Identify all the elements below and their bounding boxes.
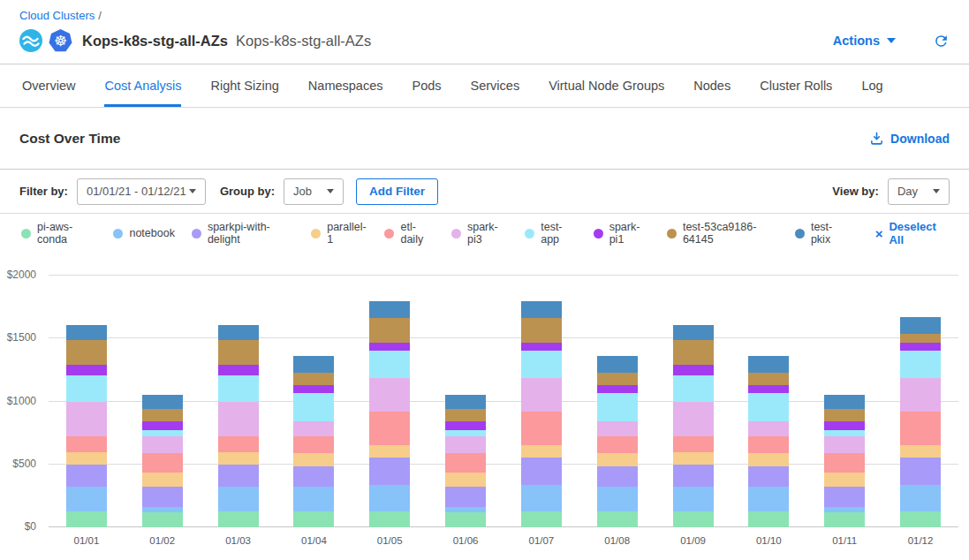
breadcrumb-link-cloud-clusters[interactable]: Cloud Clusters: [19, 9, 95, 22]
legend-item-pi-aws-conda[interactable]: pi-aws-conda: [21, 221, 96, 246]
add-filter-button[interactable]: Add Filter: [356, 178, 438, 205]
tab-services[interactable]: Services: [471, 64, 520, 107]
filter-by-label: Filter by:: [19, 185, 68, 198]
legend-color-dot: [311, 229, 321, 238]
bar-group-01-11: [806, 276, 882, 527]
legend-item-label: etl-daily: [400, 221, 435, 246]
bar-segment-etl-daily: [445, 453, 486, 473]
legend-item-parallel-1[interactable]: parallel-1: [311, 221, 367, 246]
bar-segment-test-53ca9186-64145: [142, 409, 183, 421]
bar-segment-notebook: [66, 487, 107, 512]
x-axis-tick-label: 01/12: [882, 527, 958, 550]
legend-item-label: spark-pi1: [609, 221, 650, 246]
bar-group-01-06: [428, 276, 503, 527]
legend-item-spark-pi1[interactable]: spark-pi1: [594, 221, 650, 246]
stacked-bar-01-07: [521, 301, 562, 527]
tab-pods[interactable]: Pods: [412, 64, 441, 107]
bar-segment-test-53ca9186-64145: [218, 340, 259, 366]
tab-right-sizing[interactable]: Right Sizing: [210, 64, 278, 107]
refresh-button[interactable]: [933, 33, 950, 49]
bar-segment-test-53ca9186-64145: [66, 340, 107, 366]
bar-segment-pi-aws-conda: [369, 511, 410, 527]
bar-segment-pi-aws-conda: [66, 511, 107, 527]
bar-segment-parallel-1: [445, 473, 486, 487]
stacked-bar-01-08: [597, 356, 638, 527]
bar-group-01-01: [49, 276, 125, 527]
view-by-value: Day: [897, 185, 918, 198]
tab-overview[interactable]: Overview: [22, 64, 75, 107]
tab-log[interactable]: Log: [861, 64, 882, 107]
stacked-bar-01-10: [748, 356, 789, 527]
bar-segment-spark-pi3: [218, 402, 259, 435]
bar-segment-spark-pi1: [900, 343, 941, 351]
legend-color-dot: [192, 229, 201, 238]
bar-segment-spark-pi1: [293, 385, 334, 393]
bar-segment-sparkpi-with-delight: [369, 458, 410, 485]
filter-bar: Filter by: 01/01/21 - 01/12/21 Group by:…: [0, 170, 969, 214]
deselect-all-button[interactable]: × Deselect All: [875, 220, 948, 246]
bar-segment-etl-daily: [597, 436, 638, 453]
tab-namespaces[interactable]: Namespaces: [308, 64, 383, 107]
legend-item-test-pkix[interactable]: test-pkix: [795, 221, 848, 246]
bar-segment-sparkpi-with-delight: [900, 458, 941, 485]
bar-group-01-07: [503, 276, 579, 527]
legend-color-dot: [21, 229, 31, 238]
bar-group-01-08: [579, 276, 655, 527]
bar-segment-parallel-1: [824, 473, 865, 487]
y-axis-tick-label: $1500: [7, 331, 36, 344]
bar-segment-sparkpi-with-delight: [521, 458, 562, 485]
breadcrumb-separator: /: [98, 9, 102, 22]
bar-segment-spark-pi1: [218, 365, 259, 375]
tab-cost-analysis[interactable]: Cost Analysis: [104, 64, 181, 107]
tab-nodes[interactable]: Nodes: [693, 64, 731, 107]
download-icon: [869, 131, 884, 146]
legend-item-etl-daily[interactable]: etl-daily: [384, 221, 435, 246]
legend-item-notebook[interactable]: notebook: [113, 227, 174, 239]
bar-segment-sparkpi-with-delight: [824, 487, 865, 506]
bar-segment-test-pkix: [142, 395, 183, 409]
x-axis-tick-label: 01/02: [125, 527, 201, 550]
bar-segment-etl-daily: [218, 436, 259, 453]
legend-color-dot: [594, 229, 603, 238]
legend-item-test-53ca9186-64145[interactable]: test-53ca9186-64145: [667, 221, 778, 246]
bar-segment-test-app: [293, 393, 334, 420]
download-label: Download: [890, 132, 950, 146]
bar-segment-etl-daily: [900, 412, 941, 445]
group-by-label: Group by:: [220, 185, 275, 198]
view-by-label: View by:: [832, 185, 879, 198]
legend-item-sparkpi-with-delight[interactable]: sparkpi-with-delight: [192, 221, 294, 246]
stacked-bar-01-11: [824, 395, 865, 527]
bar-segment-pi-aws-conda: [824, 512, 865, 527]
view-by-dropdown[interactable]: Day: [888, 178, 950, 205]
x-axis-tick-label: 01/04: [276, 527, 352, 550]
tab-virtual-node-groups[interactable]: Virtual Node Groups: [549, 64, 664, 107]
tab-bar: OverviewCost AnalysisRight SizingNamespa…: [0, 64, 969, 108]
date-range-dropdown[interactable]: 01/01/21 - 01/12/21: [77, 178, 206, 205]
group-by-dropdown[interactable]: Job: [284, 178, 344, 205]
bar-segment-test-pkix: [900, 317, 941, 334]
legend-item-test-app[interactable]: test-app: [525, 221, 576, 246]
legend-color-dot: [525, 229, 534, 238]
bar-segment-notebook: [293, 487, 334, 512]
bar-segment-test-app: [142, 430, 183, 437]
bar-segment-test-pkix: [673, 325, 714, 340]
bar-segment-spark-pi1: [673, 365, 714, 375]
actions-button[interactable]: Actions: [833, 34, 896, 48]
x-axis-tick-label: 01/09: [655, 527, 731, 550]
close-icon: ×: [875, 227, 883, 240]
legend-color-dot: [113, 229, 123, 238]
legend-item-spark-pi3[interactable]: spark-pi3: [451, 221, 508, 246]
legend-item-label: test-53ca9186-64145: [683, 221, 778, 246]
bar-segment-test-app: [597, 393, 638, 420]
bar-segment-test-53ca9186-64145: [293, 373, 334, 385]
chevron-down-icon: [933, 189, 940, 193]
tab-cluster-rolls[interactable]: Cluster Rolls: [760, 64, 832, 107]
chevron-down-icon: [887, 38, 896, 43]
bar-segment-notebook: [218, 487, 259, 512]
bar-segment-sparkpi-with-delight: [445, 487, 486, 506]
bar-segment-spark-pi3: [369, 378, 410, 412]
stacked-bar-01-12: [900, 317, 941, 527]
bar-segment-parallel-1: [900, 445, 941, 458]
group-by-value: Job: [293, 185, 312, 198]
download-button[interactable]: Download: [869, 131, 950, 146]
